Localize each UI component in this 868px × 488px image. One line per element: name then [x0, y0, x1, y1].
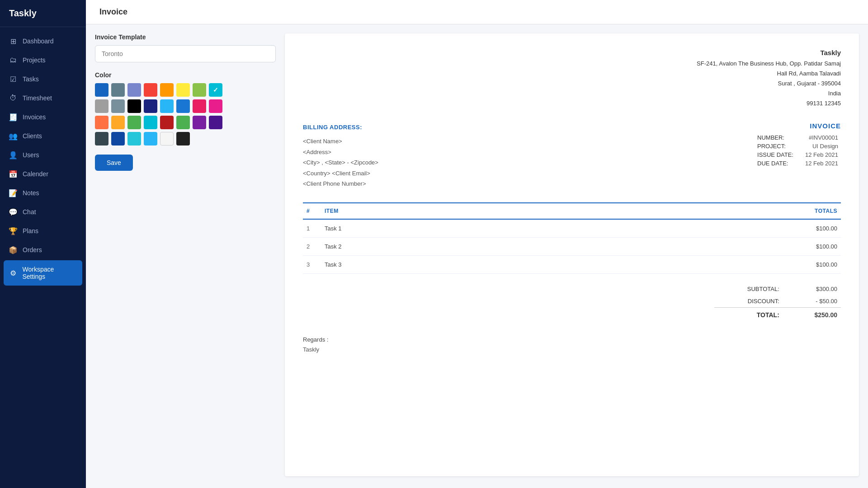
color-swatch-24[interactable]	[95, 132, 108, 145]
color-swatch-26[interactable]	[127, 132, 141, 145]
client-phone: <Client Phone Number>	[303, 178, 378, 189]
color-swatch-14[interactable]	[193, 99, 206, 113]
items-table-head: # ITEM TOTALS	[303, 203, 841, 219]
sidebar-item-tasks[interactable]: ☑Tasks	[0, 70, 86, 89]
color-swatch-21[interactable]	[176, 116, 190, 129]
invoice-body-section: BILLING ADDRESS: <Client Name> <Address>…	[303, 122, 841, 189]
col-num: #	[303, 203, 321, 219]
project-row: PROJECT: UI Design	[755, 142, 841, 150]
table-row: 1Task 1$100.00	[303, 219, 841, 238]
sidebar-label-users: Users	[23, 151, 39, 159]
sidebar-item-plans[interactable]: 🏆Plans	[0, 221, 86, 240]
item-num: 2	[303, 238, 321, 256]
items-table: # ITEM TOTALS 1Task 1$100.002Task 2$100.…	[303, 202, 841, 274]
color-swatch-7[interactable]	[209, 83, 222, 97]
color-swatch-25[interactable]	[111, 132, 125, 145]
color-swatch-11[interactable]	[144, 99, 157, 113]
sidebar-item-workspace-settings[interactable]: ⚙Workspace Settings	[4, 260, 82, 286]
totals-section: SUBTOTAL: $300.00 DISCOUNT: - $50.00 TOT…	[303, 283, 841, 321]
sidebar-item-orders[interactable]: 📦Orders	[0, 240, 86, 259]
discount-value: - $50.00	[793, 295, 841, 308]
company-city: Surat , Gujarat - 395004	[697, 79, 841, 89]
color-swatch-15[interactable]	[209, 99, 222, 113]
sidebar-item-notes[interactable]: 📝Notes	[0, 183, 86, 202]
sidebar-item-clients[interactable]: 👥Clients	[0, 127, 86, 145]
color-swatch-2[interactable]	[127, 83, 141, 97]
company-info: Taskly SF-241, Avalon The Business Hub, …	[697, 47, 841, 108]
table-row: 2Task 2$100.00	[303, 238, 841, 256]
color-swatch-22[interactable]	[193, 116, 206, 129]
sidebar-item-dashboard[interactable]: ⊞Dashboard	[0, 32, 86, 51]
total-value: $250.00	[793, 308, 841, 322]
color-swatch-9[interactable]	[111, 99, 125, 113]
subtotal-row: SUBTOTAL: $300.00	[714, 283, 841, 295]
sidebar-label-invoices: Invoices	[23, 113, 46, 121]
color-swatch-18[interactable]	[127, 116, 141, 129]
sidebar-label-projects: Projects	[23, 56, 46, 64]
color-swatch-17[interactable]	[111, 116, 125, 129]
sidebar-item-projects[interactable]: 🗂Projects	[0, 51, 86, 70]
project-label: PROJECT:	[755, 142, 802, 150]
template-input[interactable]	[95, 45, 276, 62]
subtotal-label: SUBTOTAL:	[714, 283, 793, 295]
sidebar-label-plans: Plans	[23, 227, 38, 235]
item-total: $100.00	[554, 219, 841, 238]
save-button[interactable]: Save	[95, 155, 133, 171]
sidebar: Taskly ⊞Dashboard🗂Projects☑Tasks⏱Timeshe…	[0, 0, 86, 488]
item-name: Task 2	[321, 238, 554, 256]
discount-label: DISCOUNT:	[714, 295, 793, 308]
regards-label: Regards :	[303, 335, 841, 345]
sidebar-item-chat[interactable]: 💬Chat	[0, 202, 86, 221]
client-address: <Address>	[303, 147, 378, 157]
invoice-preview: Taskly SF-241, Avalon The Business Hub, …	[285, 33, 859, 476]
color-swatch-3[interactable]	[144, 83, 157, 97]
sidebar-label-timesheet: Timesheet	[23, 94, 52, 102]
number-label: NUMBER:	[755, 133, 802, 142]
color-swatch-29[interactable]	[176, 132, 190, 145]
issue-date-label: ISSUE DATE:	[755, 150, 802, 159]
item-name: Task 1	[321, 219, 554, 238]
plans-icon: 🏆	[9, 227, 17, 235]
invoice-footer: Regards : Taskly	[303, 335, 841, 355]
item-name: Task 3	[321, 256, 554, 274]
color-swatch-23[interactable]	[209, 116, 222, 129]
chat-icon: 💬	[9, 208, 17, 216]
clients-icon: 👥	[9, 132, 17, 140]
dashboard-icon: ⊞	[9, 37, 17, 45]
sidebar-item-calender[interactable]: 📅Calender	[0, 164, 86, 183]
company-name: Taskly	[697, 47, 841, 59]
item-total: $100.00	[554, 238, 841, 256]
sidebar-item-timesheet[interactable]: ⏱Timesheet	[0, 89, 86, 108]
color-swatch-4[interactable]	[160, 83, 174, 97]
calender-icon: 📅	[9, 170, 17, 178]
item-total: $100.00	[554, 256, 841, 274]
color-swatch-28[interactable]	[160, 132, 174, 145]
color-swatch-20[interactable]	[160, 116, 174, 129]
invoice-details-table: NUMBER: #INV00001 PROJECT: UI Design ISS…	[755, 133, 841, 168]
sidebar-item-invoices[interactable]: 🧾Invoices	[0, 108, 86, 127]
sidebar-label-chat: Chat	[23, 208, 36, 216]
items-header-row: # ITEM TOTALS	[303, 203, 841, 219]
tasks-icon: ☑	[9, 75, 17, 83]
color-swatch-5[interactable]	[176, 83, 190, 97]
left-panel: Invoice Template Color Save	[95, 33, 285, 476]
sidebar-label-dashboard: Dashboard	[23, 38, 54, 45]
color-swatch-27[interactable]	[144, 132, 157, 145]
sidebar-item-users[interactable]: 👤Users	[0, 145, 86, 164]
color-swatch-19[interactable]	[144, 116, 157, 129]
color-swatch-1[interactable]	[111, 83, 125, 97]
item-num: 1	[303, 219, 321, 238]
sidebar-label-calender: Calender	[23, 170, 48, 178]
client-country: <Country> <Client Email>	[303, 168, 378, 178]
page-header: Invoice	[86, 0, 868, 24]
color-swatch-12[interactable]	[160, 99, 174, 113]
color-swatch-10[interactable]	[127, 99, 141, 113]
company-phone: 99131 12345	[697, 99, 841, 108]
color-swatch-0[interactable]	[95, 83, 108, 97]
color-swatch-16[interactable]	[95, 116, 108, 129]
total-row: TOTAL: $250.00	[714, 308, 841, 322]
color-swatch-6[interactable]	[193, 83, 206, 97]
color-swatch-13[interactable]	[176, 99, 190, 113]
color-swatch-8[interactable]	[95, 99, 108, 113]
table-row: 3Task 3$100.00	[303, 256, 841, 274]
